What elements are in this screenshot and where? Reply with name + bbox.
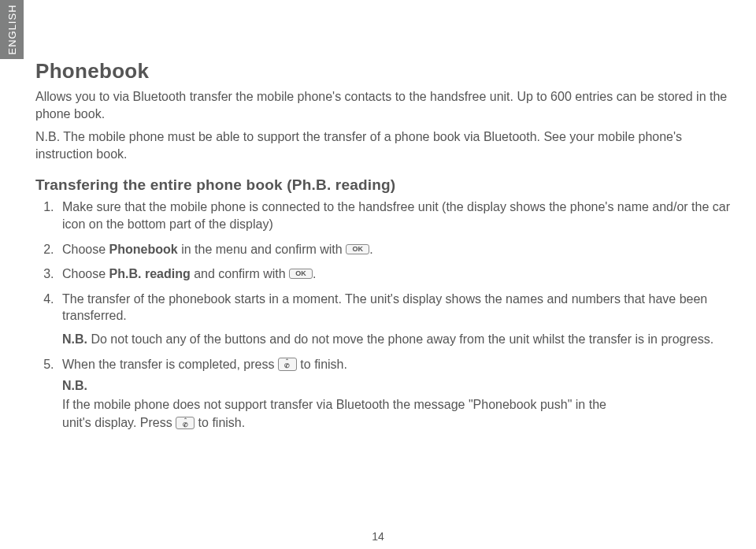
phone-icon-bot: ✆ [280,363,295,369]
language-tab: ENGLISH [0,0,24,59]
footer-nb-label: N.B. [62,377,740,395]
page-body: Phonebook Allows you to via Bluetooth tr… [35,59,740,436]
step-4-text: The transfer of the phonebook starts in … [62,292,707,323]
phone-button-icon: ⌃✆ [176,417,195,430]
language-tab-label: ENGLISH [6,4,18,54]
step-3-mid: and confirm with [191,267,289,280]
step-3-pre: Choose [62,267,109,280]
footer-line-2b: to finish. [198,416,246,429]
phone-icon-bot: ✆ [178,422,192,428]
step-3-bold: Ph.B. reading [109,267,191,280]
ok-button-label: OK [295,269,306,277]
step-5-post: to finish. [300,358,347,371]
nb-support-paragraph: N.B. The mobile phone must be able to su… [35,128,740,162]
heading-phonebook: Phonebook [35,59,740,83]
step-4-nb-label: N.B. [62,332,87,346]
ok-button-icon: OK [289,269,313,279]
ok-button-icon: OK [346,244,369,254]
step-2-end: . [369,243,372,256]
instruction-list: Make sure that the mobile phone is conne… [35,198,740,380]
step-3: Choose Ph.B. reading and confirm with OK… [57,265,740,291]
step-3-end: . [313,267,316,280]
step-2: Choose Phonebook in the menu and confirm… [57,241,740,266]
step-4: The transfer of the phonebook starts in … [57,291,740,356]
step-4-nb-text: Do not touch any of the buttons and do n… [87,332,713,346]
intro-paragraph: Allows you to via Bluetooth transfer the… [35,88,740,122]
footer-nb-block: N.B. If the mobile phone does not suppor… [62,377,740,432]
phone-button-icon: ⌃✆ [278,358,297,371]
step-1: Make sure that the mobile phone is conne… [57,198,740,240]
footer-line-2: unit's display. Press ⌃✆ to finish. [62,414,740,432]
footer-line-2a: unit's display. Press [62,416,176,429]
ok-button-label: OK [352,245,363,253]
step-2-mid: in the menu and confirm with [178,243,346,256]
section-heading: Transfering the entire phone book (Ph.B.… [35,176,740,194]
step-2-bold: Phonebook [109,243,178,256]
page-number: 14 [0,530,756,543]
step-5-pre: When the transfer is completed, press [62,358,278,371]
footer-line-1: If the mobile phone does not support tra… [62,396,740,414]
step-2-pre: Choose [62,243,109,256]
step-1-text: Make sure that the mobile phone is conne… [62,200,730,231]
